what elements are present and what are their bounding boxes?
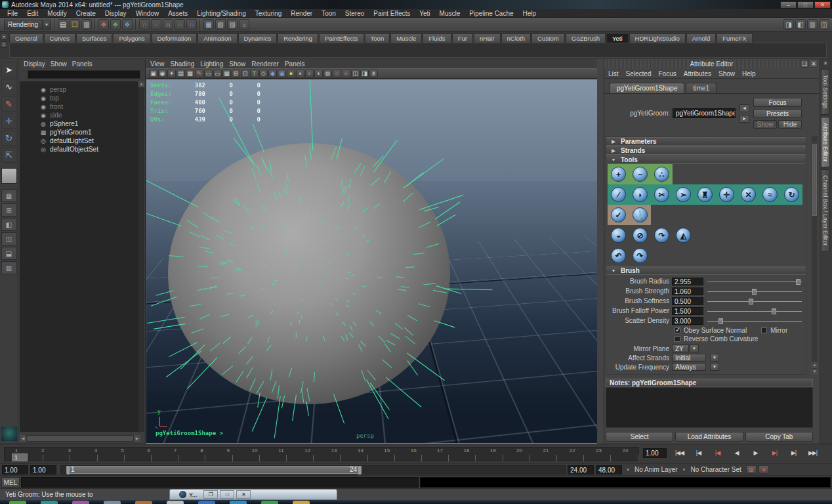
hide-button[interactable]: Hide [778,120,802,129]
viewport-canvas[interactable]: Verts: 382 0 0 Edges: 780 0 0 Faces: 400… [146,79,597,443]
toggle-channel-box-icon[interactable]: ▥ [807,19,818,30]
menu-item[interactable]: File [3,10,22,17]
snap-to-plane-icon[interactable]: ∩ [175,19,185,30]
menu-item[interactable]: Paint Effects [369,10,415,17]
shelf-tab[interactable]: Muscle [390,33,422,43]
shadows-icon[interactable]: ◗ [314,70,323,78]
param-slider[interactable] [707,307,802,315]
all-lights-icon[interactable]: ● [287,70,295,78]
mirror-flip-tool-icon[interactable]: ◭ [676,228,691,243]
ae-menu-item[interactable]: Selected [626,70,659,77]
step-forward-key-button[interactable]: ▶| [766,447,783,459]
menu-item[interactable]: Help [518,10,541,17]
snap-to-curve-icon[interactable]: ∩ [151,19,161,30]
motion-blur-icon[interactable]: ◌ [333,70,341,78]
focus-button[interactable]: Focus [753,98,802,107]
ipr-render-icon[interactable]: ▨ [227,19,238,30]
close-icon[interactable]: ✕ [236,490,251,499]
menu-item[interactable]: Create [72,10,100,17]
shelf-tab[interactable]: Toon [365,33,390,43]
value-field[interactable]: 1.060 [672,287,703,295]
move-tool-icon[interactable]: ✛ [1,113,17,129]
separator[interactable] [52,19,56,30]
scroll-left-icon[interactable]: ◀ [20,435,26,442]
plus-tool-icon[interactable]: + [611,167,626,182]
menu-set-selector[interactable]: Rendering ▼ [4,20,51,30]
ae-menu-item[interactable]: Focus [658,70,683,77]
joint-xray-icon[interactable]: ⋔ [369,70,378,78]
slider-handle[interactable] [772,308,776,314]
train-tool-icon[interactable]: ♜ [697,187,713,202]
ae-select-button[interactable]: Select [606,432,673,442]
default-light-icon[interactable]: ● [296,70,304,78]
ae-copy-tab-button[interactable]: Copy Tab [745,432,813,442]
chevron-down-icon[interactable]: ▼ [710,363,719,371]
last-tool-slot[interactable] [1,168,17,184]
taskbar-app-icon[interactable] [293,501,310,504]
viewport-menu-item[interactable]: Renderer [251,60,285,68]
outliner-item-side[interactable]: ◉ side [20,111,140,119]
shelf-tab[interactable]: Fur [452,33,473,43]
character-set-selector[interactable]: No Character Set [688,466,744,473]
shelf-tab[interactable]: General [9,33,43,43]
viewport-menu-item[interactable]: Lighting [200,60,229,68]
playback-range-bar[interactable]: 1 24 [66,466,362,474]
shelf-tab[interactable]: Animation [198,33,237,43]
field-chart-icon[interactable]: ⊞ [232,70,240,78]
outliner-item-persp[interactable]: ◉ persp [20,85,140,94]
menu-item[interactable]: Toon [317,10,341,17]
ae-menu-item[interactable]: List [608,70,626,77]
float-panel-icon[interactable]: ❏ [801,60,808,68]
render-frame-icon[interactable]: ▧ [215,19,226,30]
attribute-editor-scrollbar[interactable]: ▲ ▼ [812,136,818,375]
current-frame-indicator[interactable]: 1 [12,453,28,461]
yeti-groom-tool-icon[interactable] [1,427,17,441]
plugin-shapes-icon[interactable]: ➣ [342,70,350,78]
twirl-tool-icon[interactable]: ↻ [784,187,799,202]
shelf-tab[interactable]: Rendering [278,33,318,43]
shelf-tab[interactable]: Curves [44,33,75,43]
mirror-plane-dropdown[interactable]: ZY [672,345,689,352]
section-brush[interactable]: ▼ Brush [606,266,806,275]
save-scene-icon[interactable]: ▥ [81,19,92,30]
menu-item[interactable]: Render [286,10,317,17]
playback-start-field[interactable]: 1.00 [30,465,56,474]
notes-textarea[interactable] [606,387,813,428]
next-node-icon[interactable]: ► [739,115,749,123]
shelf-tab[interactable]: Dynamics [238,33,278,43]
grab-tool-icon[interactable]: ✛ [719,187,734,202]
attribute-editor-header[interactable]: Attribute Editor ❏ ✕ [604,59,819,69]
toggle-outliner-icon[interactable]: ◫ [819,19,829,30]
textured-icon[interactable]: ▣ [278,70,286,78]
current-time-field[interactable]: 1.00 [643,448,667,458]
param-slider[interactable] [707,287,802,295]
anim-layer-selector[interactable]: No Anim Layer [632,466,680,473]
outliner-item-defaultlightset[interactable]: ◎ defaultLightSet [20,136,140,145]
viewport-menu-item[interactable]: View [150,60,171,68]
value-field[interactable]: 2.955 [672,278,703,285]
outliner-item-psphere1[interactable]: ◍ pSphere1 [20,119,140,128]
shelf-tab[interactable]: Yeti [606,33,629,43]
camera-attributes-icon[interactable]: ✦ [167,70,176,78]
layout-four-icon[interactable]: ⊞ [1,203,17,217]
auto-keyframe-icon[interactable]: ◆ [759,465,769,474]
lasso-tool-icon[interactable]: ∿ [1,79,17,94]
param-slider[interactable] [707,317,802,325]
shelf-tab[interactable]: Surfaces [76,33,113,43]
param-slider[interactable] [707,297,802,305]
update-frequency-dropdown[interactable]: Always [672,363,706,371]
ae-tab-pgyetigroom1shape[interactable]: pgYetiGroom1Shape [610,83,684,93]
direction-tool-icon[interactable]: ✓ [611,207,626,222]
outliner-item-top[interactable]: ◉ top [20,94,140,102]
playback-end-field[interactable]: 24.00 [568,465,594,474]
rotate-cw-tool-icon[interactable]: ↷ [654,228,669,243]
scroll-up-icon[interactable]: ▲ [138,81,144,87]
isolate-select-icon[interactable]: ◫ [351,70,360,78]
close-icon[interactable]: ✕ [821,60,830,67]
screen-ao-icon[interactable]: ◍ [323,70,332,78]
shelf-tab[interactable]: Custom [531,33,565,43]
safe-action-icon[interactable]: ⊡ [241,70,249,78]
minimize-button[interactable]: – [780,1,797,9]
menu-item[interactable]: Edit [22,10,43,17]
scatter-tool-icon[interactable]: ∴ [654,167,669,182]
